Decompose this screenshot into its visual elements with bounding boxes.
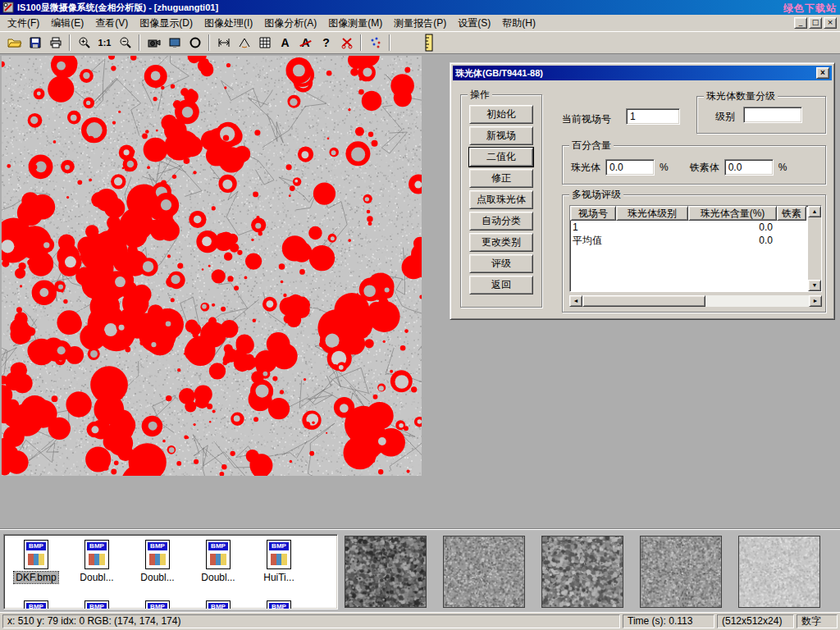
grade-group-title: 珠光体数量分级 [704,90,778,102]
table-horizontal-scrollbar[interactable]: ◄ ► [569,295,822,307]
new-field-button[interactable]: 新视场 [469,126,533,145]
grade-button[interactable]: 评级 [469,254,533,273]
scatter-button[interactable] [365,33,386,52]
scroll-right-icon[interactable]: ► [809,295,822,307]
init-button[interactable]: 初始化 [469,105,533,124]
display-button[interactable] [164,33,185,52]
percent-sign: % [778,162,788,173]
correct-button[interactable]: 修正 [469,169,533,188]
menu-file[interactable]: 文件(F) [2,14,45,33]
pearlite-percent-input[interactable] [605,159,655,176]
thumbnail-image[interactable] [345,536,427,608]
menu-measure-report[interactable]: 测量报告(P) [388,14,452,33]
file-browser-panel: BMP DKF.bmp BMP Doubl... BMP Doubl... BM… [3,534,338,609]
menu-view[interactable]: 查看(V) [89,14,134,33]
change-class-button[interactable]: 更改类别 [469,233,533,252]
dialog-title-bar[interactable]: 珠光体(GB/T9441-88) × [453,66,832,80]
thumbnail-image[interactable] [738,536,820,608]
delete-text-button[interactable]: A [295,33,316,52]
thumbnail-image[interactable] [640,536,722,608]
table-row[interactable]: 1 0.0 [570,221,821,234]
file-item[interactable]: BMP HuiTi... [249,536,309,583]
bmp-file-icon: BMP [84,540,109,569]
measure-angle-button[interactable] [234,33,254,52]
camera-button[interactable] [144,33,164,52]
file-item[interactable]: BMP Doubl... [66,536,127,583]
scroll-up-icon[interactable]: ▲ [808,206,821,217]
bmp-file-icon: BMP [145,540,170,569]
text-tool-button[interactable]: A [275,33,295,52]
column-header-grade[interactable]: 珠光体级别 [616,206,688,221]
bmp-file-icon: BMP [24,540,48,569]
multi-field-table: 视场号 珠光体级别 珠光体含量(%) 铁素 1 0.0 平均值 0.0 [569,205,822,292]
file-item[interactable]: BMP [127,597,188,609]
mdi-minimize-button[interactable]: _ [794,17,807,29]
column-header-ferrite[interactable]: 铁素 [777,206,806,221]
save-button[interactable] [25,33,45,52]
grid-button[interactable] [254,33,275,52]
file-item[interactable]: BMP [249,597,309,609]
menu-image-display[interactable]: 图像显示(D) [134,14,199,33]
column-header-field[interactable]: 视场号 [570,206,616,221]
cut-button[interactable] [336,33,357,52]
scroll-down-icon[interactable]: ▼ [808,280,821,291]
menu-image-analysis[interactable]: 图像分析(A) [258,14,322,33]
menu-image-measure[interactable]: 图像测量(M) [322,14,388,33]
scissors-icon [340,36,354,49]
return-button[interactable]: 返回 [469,276,533,294]
ruler-button[interactable] [418,33,439,52]
bmp-badge: BMP [269,603,289,609]
mdi-window-controls: _ □ × [792,17,837,29]
table-vertical-scrollbar[interactable]: ▲ ▼ [808,206,821,291]
file-item[interactable]: BMP Doubl... [127,536,188,583]
multi-field-group: 多视场评级 视场号 珠光体级别 珠光体含量(%) 铁素 1 0.0 平均值 [562,194,826,313]
bmp-art [210,554,226,565]
mdi-restore-button[interactable]: □ [809,17,822,29]
column-header-pearlite[interactable]: 珠光体含量(%) [688,206,777,221]
binarize-button[interactable]: 二值化 [469,148,533,167]
pick-pearlite-button[interactable]: 点取珠光体 [469,190,533,209]
menu-settings[interactable]: 设置(S) [452,14,496,33]
ferrite-percent-input[interactable] [724,159,774,176]
zoom-in-button[interactable] [74,33,94,52]
measure-length-button[interactable] [213,33,234,52]
auto-classify-button[interactable]: 自动分类 [469,212,533,231]
percent-sign: % [660,162,669,173]
toolbar-separator [389,34,390,51]
toolbar-separator [208,34,210,51]
menu-image-processing[interactable]: 图像处理(I) [199,14,258,33]
bmp-badge: BMP [269,542,289,550]
file-item[interactable]: BMP [66,597,127,609]
open-folder-icon [7,36,22,49]
thumbnail-image[interactable] [443,536,525,608]
grade-input[interactable] [743,107,802,123]
cell-ferrite [777,234,806,247]
time-status: Time (s): 0.113 [623,614,714,628]
capture-button[interactable] [185,33,205,52]
file-item[interactable]: BMP DKF.bmp [6,536,66,583]
actual-size-button[interactable]: 1:1 [94,33,115,52]
file-item[interactable]: BMP Doubl... [188,536,249,583]
file-item[interactable]: BMP [188,597,249,609]
scrollbar-thumb[interactable] [582,295,705,307]
bmp-art [89,554,105,565]
menu-edit[interactable]: 编辑(E) [45,14,89,33]
specimen-image[interactable] [2,56,422,476]
scroll-left-icon[interactable]: ◄ [569,295,582,307]
dialog-close-button[interactable]: × [816,67,829,79]
print-button[interactable] [45,33,66,52]
thumbnail-image[interactable] [541,536,623,608]
current-field-input[interactable] [626,108,680,125]
cell-field: 1 [570,221,616,234]
bmp-art [28,554,44,565]
open-button[interactable] [4,33,25,52]
bmp-file-icon: BMP [24,600,48,609]
file-item[interactable]: BMP [6,597,66,609]
table-row[interactable]: 平均值 0.0 [570,234,821,247]
menu-help[interactable]: 帮助(H) [496,14,541,33]
title-bar: IS100显微摄像系统(金相分析版) - [zhuguangti01] 绿色下载… [0,0,840,15]
zoom-out-button[interactable] [115,33,135,52]
ferrite-label: 铁素体 [690,161,719,175]
help-button[interactable]: ? [316,33,336,52]
mdi-close-button[interactable]: × [824,17,837,29]
